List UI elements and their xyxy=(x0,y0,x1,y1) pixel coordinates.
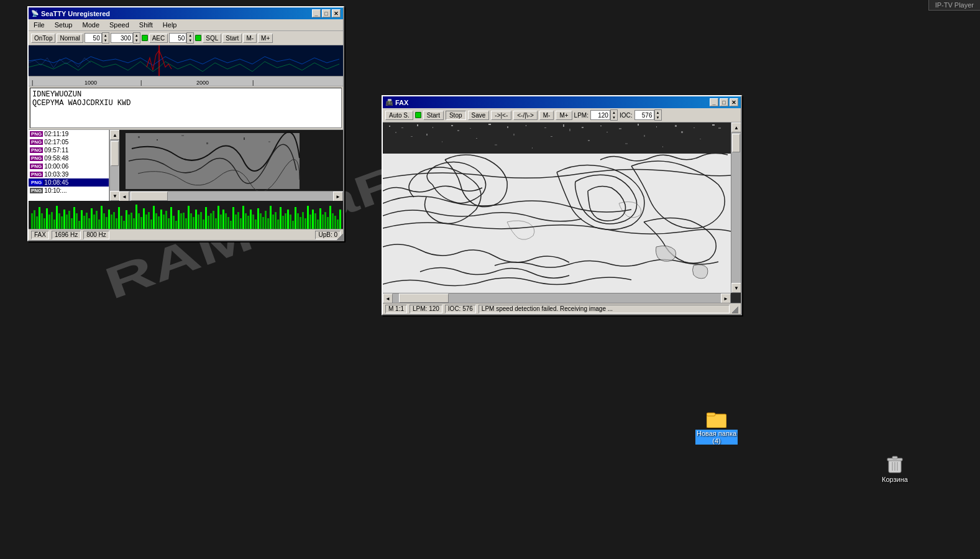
menu-help[interactable]: Help xyxy=(160,21,180,29)
fax-scroll-right[interactable]: ► xyxy=(721,293,731,303)
scroll-down-btn[interactable]: ▼ xyxy=(110,191,120,201)
fax-start-led xyxy=(415,112,421,118)
log-scroll-right[interactable]: ► xyxy=(333,192,343,201)
fax-resize-handle[interactable] xyxy=(732,305,738,313)
auto-s-button[interactable]: Auto S. xyxy=(385,111,413,120)
scale-tick-1500: | xyxy=(140,80,142,86)
m-minus-button[interactable]: M- xyxy=(243,34,257,43)
lpm-down[interactable]: ▼ xyxy=(611,115,617,120)
ioc-input[interactable] xyxy=(634,110,654,120)
spinner2-input[interactable] xyxy=(111,33,133,43)
log-item-1[interactable]: PNG 02:17:05 xyxy=(29,138,109,146)
svg-rect-158 xyxy=(395,132,396,133)
recycle-bin-icon[interactable]: Корзина xyxy=(870,454,920,483)
minimize-button[interactable]: _ xyxy=(312,9,321,17)
log-item-2[interactable]: PNG 09:57:11 xyxy=(29,146,109,154)
log-badge-7: PNG xyxy=(30,188,43,193)
fax-start-button[interactable]: Start xyxy=(423,111,444,120)
svg-rect-128 xyxy=(319,208,321,229)
menu-shift[interactable]: Shift xyxy=(137,21,155,29)
svg-rect-127 xyxy=(317,219,319,229)
folder-icon[interactable]: Новая папка(4) xyxy=(692,410,741,445)
lpm-up[interactable]: ▲ xyxy=(611,110,617,115)
ontop-button[interactable]: OnTop xyxy=(31,34,55,43)
ioc-down[interactable]: ▼ xyxy=(655,115,661,120)
fax-m-plus-button[interactable]: M+ xyxy=(556,111,572,120)
ioc-up[interactable]: ▲ xyxy=(655,110,661,115)
spinner3-input[interactable] xyxy=(169,33,186,43)
fax-m-minus-button[interactable]: M- xyxy=(539,111,554,120)
log-item-6[interactable]: PNG 10:08:45 xyxy=(29,178,109,187)
fax-window: 📠 FAX _ □ ✕ Auto S. Start Stop Save ->|<… xyxy=(382,95,742,315)
status-freq2: 800 Hz xyxy=(83,231,109,239)
fax-save-button[interactable]: Save xyxy=(468,111,490,120)
fax-maximize-button[interactable]: □ xyxy=(720,98,728,106)
menu-setup[interactable]: Setup xyxy=(52,21,75,29)
log-item-3[interactable]: PNG 09:58:48 xyxy=(29,154,109,162)
spinner1-input[interactable] xyxy=(85,33,102,43)
svg-rect-83 xyxy=(208,216,209,229)
svg-rect-65 xyxy=(163,215,165,229)
start-button[interactable]: Start xyxy=(222,34,242,43)
fax-vscrollbar[interactable]: ▲ ▼ xyxy=(731,122,741,293)
m-plus-button[interactable]: M+ xyxy=(258,34,273,43)
svg-rect-73 xyxy=(183,213,185,229)
log-badge-0: PNG xyxy=(30,131,43,137)
svg-rect-10 xyxy=(268,141,270,142)
close-button[interactable]: ✕ xyxy=(332,9,341,17)
lpm-spinner: ▲ ▼ xyxy=(590,109,618,121)
menu-file[interactable]: File xyxy=(31,21,47,29)
log-hscrollbar[interactable]: ◄ ► xyxy=(119,191,343,201)
svg-rect-133 xyxy=(332,213,334,229)
svg-rect-141 xyxy=(417,124,418,126)
menu-speed[interactable]: Speed xyxy=(107,21,132,29)
maximize-button[interactable]: □ xyxy=(322,9,331,17)
svg-rect-12 xyxy=(31,213,33,229)
svg-rect-49 xyxy=(123,221,125,229)
fax-scroll-left[interactable]: ◄ xyxy=(383,293,393,303)
svg-rect-84 xyxy=(210,213,212,229)
svg-rect-68 xyxy=(170,207,172,229)
svg-rect-153 xyxy=(638,124,639,126)
menu-mode[interactable]: Mode xyxy=(80,21,102,29)
fax-vtrack xyxy=(731,132,741,283)
aec-button[interactable]: AEC xyxy=(149,34,168,43)
spinner2-up[interactable]: ▲ xyxy=(134,33,140,38)
spinner1-down[interactable]: ▼ xyxy=(103,38,109,43)
svg-rect-120 xyxy=(300,217,301,229)
svg-rect-171 xyxy=(625,143,628,144)
iptv-player-button[interactable]: IP-TV Player xyxy=(928,0,980,11)
fax-scroll-down[interactable]: ▼ xyxy=(731,283,741,293)
fax-hscrollbar[interactable]: ◄ ► xyxy=(383,293,731,303)
fax-nav2-button[interactable]: <-/|\-> xyxy=(513,111,538,120)
log-item-4[interactable]: PNG 10:00:06 xyxy=(29,162,109,170)
log-item-5[interactable]: PNG 10:03:39 xyxy=(29,170,109,178)
scroll-up-btn[interactable]: ▲ xyxy=(110,130,120,140)
log-scroll-left[interactable]: ◄ xyxy=(119,192,129,201)
fax-nav1-button[interactable]: ->|<- xyxy=(491,111,511,120)
svg-rect-5 xyxy=(138,136,140,138)
svg-rect-130 xyxy=(324,212,326,229)
svg-rect-40 xyxy=(101,206,103,229)
fax-stop-button[interactable]: Stop xyxy=(446,111,466,120)
log-item-7[interactable]: PNG 10:10:... xyxy=(29,187,109,195)
normal-button[interactable]: Normal xyxy=(57,34,83,43)
svg-rect-95 xyxy=(237,212,239,229)
spinner2-down[interactable]: ▼ xyxy=(134,38,140,43)
spinner1-up[interactable]: ▲ xyxy=(103,33,109,38)
scale-tick-2000: 2000 xyxy=(196,80,209,86)
log-item-0[interactable]: PNG 02:11:19 xyxy=(29,130,109,138)
fax-close-button[interactable]: ✕ xyxy=(730,98,738,106)
spinner3-down[interactable]: ▼ xyxy=(187,38,193,43)
svg-rect-94 xyxy=(235,215,237,229)
fax-minimize-button[interactable]: _ xyxy=(710,98,718,106)
svg-rect-24 xyxy=(61,216,63,229)
svg-rect-144 xyxy=(470,128,471,129)
spinner3-up[interactable]: ▲ xyxy=(187,33,193,38)
svg-rect-160 xyxy=(426,134,428,136)
lpm-input[interactable] xyxy=(590,110,610,120)
svg-rect-150 xyxy=(582,127,584,128)
log-scrollbar[interactable]: ▲ ▼ xyxy=(109,130,119,201)
fax-scroll-up[interactable]: ▲ xyxy=(731,122,741,132)
sql-button[interactable]: SQL xyxy=(203,34,221,43)
